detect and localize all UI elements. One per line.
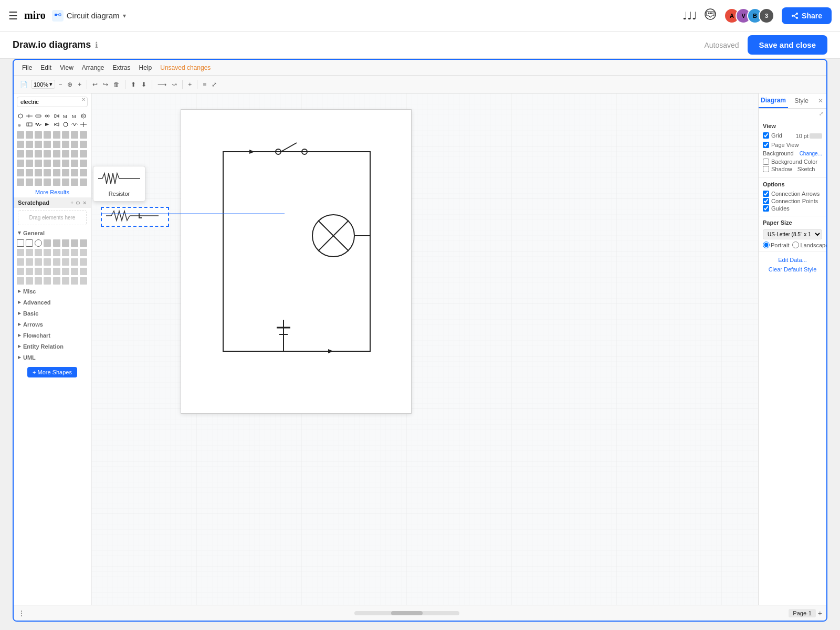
hamburger-menu-icon[interactable]: ☰ [8, 9, 18, 22]
scratchpad-settings-icon[interactable]: ⚙ [76, 200, 80, 206]
shape-item[interactable] [35, 268, 42, 275]
shape-item[interactable] [80, 249, 87, 256]
shape-item[interactable] [80, 169, 87, 176]
menu-help[interactable]: Help [135, 63, 156, 72]
change-background-button[interactable]: Change... [800, 151, 822, 156]
shape-item[interactable] [44, 178, 51, 186]
shape-item[interactable] [26, 112, 33, 120]
shape-item[interactable] [62, 121, 69, 128]
shape-item[interactable] [62, 150, 69, 158]
shape-item[interactable] [35, 131, 42, 139]
landscape-radio-label[interactable]: Landscape [792, 242, 826, 248]
shape-item[interactable] [17, 268, 24, 275]
shape-item[interactable] [44, 121, 51, 128]
toolbar-to-front[interactable]: ⬆ [129, 80, 138, 89]
shape-item[interactable] [80, 160, 87, 167]
shape-item[interactable] [35, 239, 42, 247]
toolbar-zoom-reset[interactable]: ⊕ [65, 80, 75, 89]
portrait-radio[interactable] [763, 242, 770, 248]
shape-item[interactable] [53, 141, 60, 148]
shape-item[interactable] [26, 249, 33, 256]
more-results-link[interactable]: More Results [14, 187, 91, 197]
search-close-icon[interactable]: ✕ [81, 97, 86, 102]
shape-item[interactable] [53, 160, 60, 167]
clear-default-style-button[interactable]: Clear Default Style [763, 265, 822, 274]
shape-item[interactable] [35, 150, 42, 158]
shape-item[interactable] [71, 178, 78, 186]
shadow-checkbox[interactable] [763, 166, 769, 172]
flowchart-section[interactable]: ▸ Flowchart [14, 330, 91, 341]
toolbar-undo[interactable]: ↩ [90, 80, 100, 89]
shape-item[interactable] [71, 160, 78, 167]
shape-item[interactable] [71, 121, 78, 128]
shape-item[interactable] [62, 160, 69, 167]
shape-item[interactable] [80, 131, 87, 139]
shape-item[interactable]: ⊕ [17, 121, 24, 128]
scratchpad-add-icon[interactable]: + [70, 200, 74, 206]
shape-item[interactable] [62, 141, 69, 148]
shape-item[interactable] [44, 249, 51, 256]
shape-item[interactable] [71, 258, 78, 266]
shape-item[interactable] [53, 121, 60, 128]
shape-item[interactable] [26, 239, 33, 247]
shape-item[interactable] [35, 258, 42, 266]
info-icon[interactable]: ℹ [95, 40, 98, 50]
toolbar-format[interactable]: ≡ [201, 80, 208, 89]
shape-item[interactable] [17, 277, 24, 285]
save-and-close-button[interactable]: Save and close [748, 35, 827, 55]
shape-item[interactable] [35, 141, 42, 148]
shape-item[interactable] [44, 239, 51, 247]
shape-item[interactable] [53, 277, 60, 285]
scroll-bar-track[interactable] [354, 611, 459, 615]
shape-item[interactable] [26, 169, 33, 176]
shape-item[interactable] [44, 150, 51, 158]
shape-item[interactable] [80, 268, 87, 275]
shape-item[interactable] [62, 169, 69, 176]
shape-item[interactable] [26, 258, 33, 266]
toolbar-redo[interactable]: ↪ [101, 80, 110, 89]
toolbar-connect[interactable]: ⟶ [155, 80, 169, 89]
shape-item[interactable] [17, 150, 24, 158]
landscape-radio[interactable] [792, 242, 799, 248]
paper-size-select[interactable]: US-Letter (8.5" x 11") [763, 229, 822, 239]
shape-item[interactable] [62, 277, 69, 285]
toolbar-page-btn[interactable]: 📄 [18, 80, 30, 89]
guides-checkbox[interactable] [763, 205, 769, 212]
shape-item[interactable] [17, 141, 24, 148]
shape-item[interactable] [53, 169, 60, 176]
tab-diagram[interactable]: Diagram [759, 93, 788, 108]
edit-data-button[interactable]: Edit Data... [763, 255, 822, 265]
shape-item[interactable] [35, 112, 42, 120]
scroll-bar-thumb[interactable] [391, 611, 423, 615]
shape-item[interactable] [62, 268, 69, 275]
shape-item[interactable] [44, 141, 51, 148]
menu-view[interactable]: View [56, 63, 78, 72]
shape-item[interactable] [62, 239, 69, 247]
conn-arrows-checkbox[interactable] [763, 191, 769, 197]
uml-section[interactable]: ▸ UML [14, 352, 91, 363]
toolbar-add[interactable]: + [186, 80, 194, 89]
shape-item[interactable] [35, 160, 42, 167]
menu-file[interactable]: File [18, 63, 36, 72]
shape-item[interactable]: N [80, 112, 87, 120]
shape-item[interactable] [17, 178, 24, 186]
shape-item[interactable] [53, 268, 60, 275]
shape-item[interactable]: M [62, 112, 69, 120]
shape-item[interactable] [71, 277, 78, 285]
grid-color-swatch[interactable] [810, 133, 822, 139]
shape-item[interactable] [44, 160, 51, 167]
shape-item[interactable] [26, 178, 33, 186]
shape-item[interactable] [62, 249, 69, 256]
shape-item[interactable] [26, 131, 33, 139]
basic-section[interactable]: ▸ Basic [14, 308, 91, 319]
misc-section[interactable]: ▸ Misc [14, 286, 91, 297]
shape-item[interactable] [53, 178, 60, 186]
more-shapes-button[interactable]: + More Shapes [27, 367, 77, 377]
shape-item[interactable] [17, 249, 24, 256]
chat-icon[interactable] [704, 8, 717, 23]
shape-item[interactable] [71, 141, 78, 148]
shape-item[interactable] [26, 141, 33, 148]
shape-item[interactable] [80, 258, 87, 266]
shape-item[interactable] [17, 160, 24, 167]
shape-item[interactable] [80, 121, 87, 128]
